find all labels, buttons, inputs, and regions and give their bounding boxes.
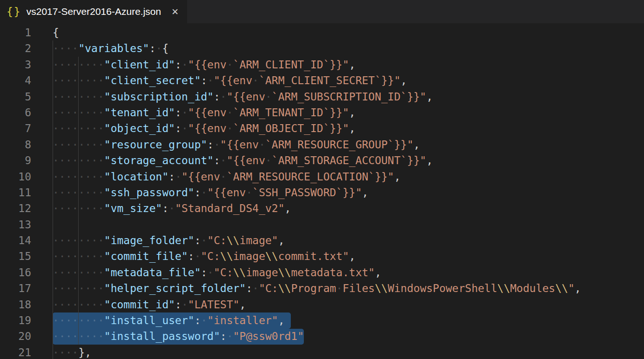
code-line: 17········"helper_script_folder":·"C:\\P… (0, 280, 644, 296)
line-number[interactable]: 19 (0, 312, 31, 328)
code-text: ········"storage_account":·"{{env·`ARM_S… (53, 153, 433, 168)
line-number[interactable]: 9 (0, 153, 31, 168)
token-p: , (414, 139, 420, 151)
line-number[interactable]: 6 (0, 105, 31, 120)
line-number[interactable]: 8 (0, 137, 31, 153)
line-number[interactable]: 10 (0, 169, 31, 185)
token-w: ········ (53, 266, 104, 279)
code-line: 1{ (0, 25, 644, 40)
line-number[interactable]: 20 (0, 328, 31, 344)
token-w: · (195, 250, 201, 262)
token-k: "object_id" (104, 122, 175, 134)
token-k: "image_folder" (104, 234, 195, 246)
code-line: 11········"ssh_password":·"{{env·`SSH_PA… (0, 185, 644, 200)
token-e: \\ (278, 282, 291, 294)
line-number[interactable]: 21 (0, 345, 31, 359)
token-w: · (175, 171, 181, 183)
token-p: , (375, 266, 381, 279)
token-w: · (201, 234, 208, 246)
token-w: · (227, 330, 233, 342)
token-k: "install_user" (104, 314, 195, 326)
token-k: "tenant_id" (104, 106, 175, 119)
token-s: image (233, 250, 265, 262)
line-number[interactable]: 1 (0, 25, 31, 40)
token-k: "storage_account" (104, 154, 214, 166)
token-w: · (252, 282, 259, 294)
token-p: : (207, 139, 214, 151)
code-text: ····"variables":·{ (53, 40, 168, 56)
token-k: "client_id" (104, 59, 175, 71)
token-s: Program (291, 282, 336, 294)
line-number[interactable]: 13 (0, 217, 31, 233)
token-w: ········ (53, 299, 104, 311)
token-w: · (220, 171, 227, 183)
line-number[interactable]: 12 (0, 200, 31, 216)
code-text: ········"client_secret":·"{{env·`ARM_CLI… (53, 73, 407, 88)
token-w: ········ (53, 186, 104, 199)
line-number[interactable]: 15 (0, 248, 31, 264)
tab-close-icon[interactable]: ✕ (170, 7, 180, 17)
line-number[interactable]: 2 (0, 40, 31, 56)
token-w: · (201, 186, 208, 199)
token-k: "variables" (78, 42, 149, 54)
line-number[interactable]: 3 (0, 57, 31, 73)
line-number[interactable]: 16 (0, 265, 31, 280)
line-number[interactable]: 18 (0, 297, 31, 312)
code-line: 5········"subscription_id":·"{{env·`ARM_… (0, 89, 644, 105)
token-k: "subscription_id" (104, 91, 214, 103)
code-text: ········"location":·"{{env·`ARM_RESOURCE… (53, 169, 401, 185)
code-line: 16········"metadata_file":·"C:\\image\\m… (0, 265, 644, 280)
token-k: "commit_file" (104, 250, 188, 262)
token-p: : (195, 186, 201, 199)
token-p: { (162, 42, 168, 54)
token-w: ········ (53, 282, 104, 294)
code-text: ········"ssh_password":·"{{env·`SSH_PASS… (53, 185, 369, 200)
token-w: ········ (53, 91, 104, 103)
token-s: "{{env (188, 122, 227, 134)
line-number[interactable]: 7 (0, 120, 31, 136)
tab-vs2017-server2016-azure-json[interactable]: {} vs2017-Server2016-Azure.json ✕ (0, 0, 187, 23)
token-k: "resource_group" (104, 139, 208, 151)
code-lines: 1{2····"variables":·{3········"client_id… (0, 25, 644, 359)
line-number[interactable]: 17 (0, 280, 31, 296)
line-number[interactable]: 11 (0, 185, 31, 200)
token-p: { (53, 27, 59, 39)
code-line: 14········"image_folder":·"C:\\image", (0, 233, 644, 248)
code-line: 12········"vm_size":·"Standard_DS4_v2", (0, 200, 644, 216)
token-p: : (175, 106, 181, 119)
token-w: · (214, 139, 220, 151)
token-w: ···· (53, 346, 78, 359)
token-s: `ARM_CLIENT_ID`}}" (233, 59, 349, 71)
line-number[interactable]: 4 (0, 73, 31, 88)
token-k: "helper_script_folder" (104, 282, 246, 294)
token-p: : (246, 282, 252, 294)
token-w: ···· (53, 42, 78, 54)
line-number[interactable]: 5 (0, 89, 31, 105)
token-w: · (227, 59, 233, 71)
token-p: , (240, 299, 246, 311)
token-s: "installer" (207, 314, 278, 326)
code-line: 21····}, (0, 345, 644, 359)
token-p: : (168, 171, 175, 183)
token-w: · (265, 91, 272, 103)
code-text: ····}, (53, 345, 91, 359)
token-k: "ssh_password" (104, 186, 195, 199)
token-p: , (401, 74, 407, 86)
token-s: "{{env (188, 106, 227, 119)
token-w: ········ (53, 59, 104, 71)
code-line: 20········"install_password":·"P@ssw0rd1… (0, 328, 644, 344)
token-w: · (259, 139, 265, 151)
token-p: , (362, 186, 369, 199)
code-text: ········"install_user":·"installer", (53, 312, 285, 328)
code-editor[interactable]: 1{2····"variables":·{3········"client_id… (0, 23, 644, 359)
token-w: · (207, 266, 214, 279)
code-text: ········"metadata_file":·"C:\\image\\met… (53, 265, 381, 280)
token-k: "vm_size" (104, 202, 162, 214)
token-w: ········ (53, 330, 104, 342)
token-s: " (568, 282, 575, 294)
token-s: `ARM_TENANT_ID`}}" (233, 106, 349, 119)
token-w: · (181, 59, 188, 71)
token-w: · (181, 299, 188, 311)
token-s: "{{env (214, 74, 252, 86)
line-number[interactable]: 14 (0, 233, 31, 248)
